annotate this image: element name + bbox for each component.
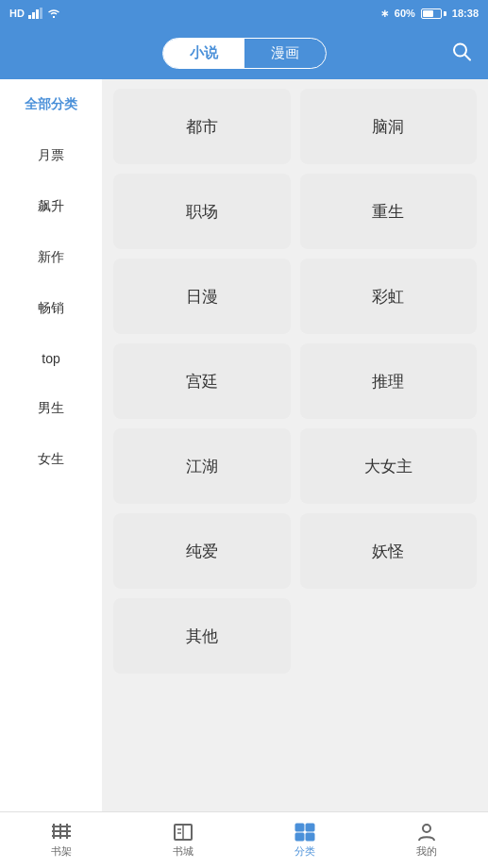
svg-rect-17 <box>306 824 314 831</box>
sidebar-item-top[interactable]: top <box>0 334 102 383</box>
category-row-4: 宫廷 推理 <box>113 343 477 419</box>
svg-rect-19 <box>306 833 314 841</box>
status-left: HD <box>9 8 60 19</box>
category-row-5: 江湖 大女主 <box>113 428 477 504</box>
sidebar-item-rising[interactable]: 飙升 <box>0 181 102 232</box>
wifi-icon <box>47 8 60 19</box>
bookstore-icon <box>171 822 195 843</box>
battery-icon <box>421 8 446 19</box>
category-row-6: 纯爱 妖怪 <box>113 513 477 589</box>
nav-shelf[interactable]: 书架 <box>0 822 122 859</box>
svg-point-20 <box>423 825 430 832</box>
search-button[interactable] <box>450 41 473 66</box>
nav-bookstore[interactable]: 书城 <box>122 822 244 859</box>
svg-rect-16 <box>295 824 304 831</box>
category-purelove[interactable]: 纯爱 <box>113 513 291 589</box>
time-display: 18:38 <box>452 8 479 19</box>
nav-mine[interactable]: 我的 <box>366 822 488 859</box>
nav-bookstore-label: 书城 <box>173 844 194 859</box>
header: 小说 漫画 <box>0 26 488 79</box>
category-row-2: 职场 重生 <box>113 174 477 249</box>
svg-line-5 <box>465 55 471 60</box>
tab-novel[interactable]: 小说 <box>163 39 244 68</box>
category-rebirth[interactable]: 重生 <box>300 174 478 249</box>
category-row-1: 都市 脑洞 <box>113 89 477 164</box>
category-brainhole[interactable]: 脑洞 <box>300 89 478 164</box>
category-urban[interactable]: 都市 <box>113 89 291 164</box>
search-icon <box>450 41 473 63</box>
category-icon <box>293 822 317 843</box>
nav-mine-label: 我的 <box>416 844 437 859</box>
sidebar-item-monthly[interactable]: 月票 <box>0 130 102 181</box>
category-japanese[interactable]: 日漫 <box>113 259 291 334</box>
category-jianghu[interactable]: 江湖 <box>113 428 291 504</box>
sidebar-item-bestseller[interactable]: 畅销 <box>0 283 102 334</box>
battery-percent: 60% <box>395 8 415 19</box>
sidebar-item-new[interactable]: 新作 <box>0 232 102 283</box>
content-area: 全部分类 月票 飙升 新作 畅销 top 男生 女生 都市 脑洞 职场 重生 日… <box>0 79 488 811</box>
svg-rect-1 <box>32 12 35 19</box>
nav-category-label: 分类 <box>294 844 315 859</box>
category-detective[interactable]: 推理 <box>300 343 478 419</box>
bottom-nav: 书架 书城 分类 <box>0 811 488 868</box>
hd-label: HD <box>9 8 25 19</box>
bluetooth-symbol: ∗ <box>380 8 389 20</box>
category-monster[interactable]: 妖怪 <box>300 513 478 589</box>
svg-rect-18 <box>295 833 304 841</box>
svg-rect-0 <box>28 15 31 19</box>
tab-comic[interactable]: 漫画 <box>244 39 326 68</box>
category-grid: 都市 脑洞 职场 重生 日漫 彩虹 宫廷 推理 江湖 大女主 纯爱 妖怪 其他 <box>102 79 488 811</box>
sidebar-item-all[interactable]: 全部分类 <box>0 79 102 130</box>
svg-rect-2 <box>36 9 39 19</box>
mine-icon <box>414 822 439 843</box>
nav-category[interactable]: 分类 <box>244 822 366 859</box>
sidebar-item-male[interactable]: 男生 <box>0 383 102 434</box>
shelf-icon <box>49 822 74 843</box>
status-right: ∗ 60% 18:38 <box>380 8 479 20</box>
category-other[interactable]: 其他 <box>113 598 291 674</box>
status-bar: HD ∗ 60% 18:38 <box>0 0 488 26</box>
category-row-3: 日漫 彩虹 <box>113 259 477 334</box>
category-heroine[interactable]: 大女主 <box>300 428 478 504</box>
category-workplace[interactable]: 职场 <box>113 174 291 249</box>
sidebar-item-female[interactable]: 女生 <box>0 434 102 485</box>
category-row-7: 其他 <box>113 598 477 674</box>
category-rainbow[interactable]: 彩虹 <box>300 259 478 334</box>
nav-shelf-label: 书架 <box>51 844 72 859</box>
svg-rect-3 <box>40 8 42 19</box>
signal-icon <box>28 8 43 19</box>
tab-toggle: 小说 漫画 <box>162 38 327 69</box>
category-palace[interactable]: 宫廷 <box>113 343 291 419</box>
sidebar: 全部分类 月票 飙升 新作 畅销 top 男生 女生 <box>0 79 102 811</box>
